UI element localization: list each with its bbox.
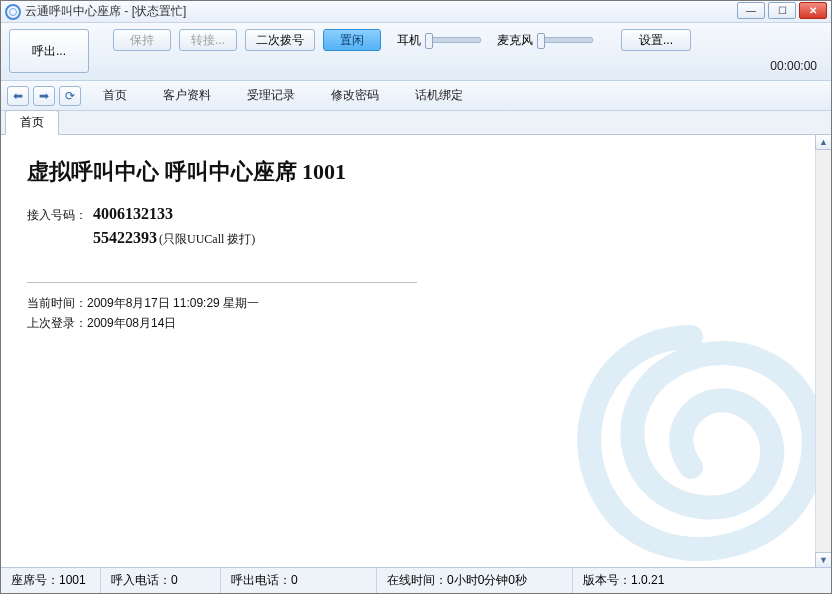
transfer-button[interactable]: 转接...	[179, 29, 237, 51]
nav-bind[interactable]: 话机绑定	[415, 87, 463, 104]
close-button[interactable]: ✕	[799, 2, 827, 19]
status-outbound: 呼出电话：0	[221, 568, 377, 593]
headset-control: 耳机	[397, 32, 481, 49]
forward-button[interactable]: ➡	[33, 86, 55, 106]
content-wrap: 虚拟呼叫中心 呼叫中心座席 1001 接入号码： 4006132133 5542…	[1, 135, 831, 567]
scroll-down-button[interactable]: ▼	[815, 552, 832, 568]
access-number-1: 4006132133	[93, 205, 255, 223]
access-note: (只限UUCall 拨打)	[159, 232, 255, 246]
hold-button[interactable]: 保持	[113, 29, 171, 51]
callout-button[interactable]: 呼出...	[9, 29, 89, 73]
content-area: 虚拟呼叫中心 呼叫中心座席 1001 接入号码： 4006132133 5542…	[1, 135, 831, 567]
access-numbers: 4006132133 55422393(只限UUCall 拨打)	[93, 205, 255, 248]
settings-button[interactable]: 设置...	[621, 29, 691, 51]
mic-label: 麦克风	[497, 32, 533, 49]
nav-customer[interactable]: 客户资料	[163, 87, 211, 104]
back-button[interactable]: ⬅	[7, 86, 29, 106]
timer: 00:00:00	[770, 59, 817, 73]
status-bar: 座席号：1001 呼入电话：0 呼出电话：0 在线时间：0小时0分钟0秒 版本号…	[1, 567, 831, 593]
page-headline: 虚拟呼叫中心 呼叫中心座席 1001	[27, 157, 805, 187]
navbar: ⬅ ➡ ⟳ 首页 客户资料 受理记录 修改密码 话机绑定	[1, 81, 831, 111]
toolbar: 呼出... 保持 转接... 二次拨号 置闲 耳机 麦克风 设置... 00:0…	[1, 23, 831, 81]
tab-home[interactable]: 首页	[5, 110, 59, 135]
window-controls: — ☐ ✕	[737, 2, 827, 19]
mic-control: 麦克风	[497, 32, 593, 49]
access-number-2: 55422393(只限UUCall 拨打)	[93, 229, 255, 248]
nav-records[interactable]: 受理记录	[247, 87, 295, 104]
window-title: 云通呼叫中心座席 - [状态置忙]	[25, 3, 186, 20]
headset-label: 耳机	[397, 32, 421, 49]
minimize-button[interactable]: —	[737, 2, 765, 19]
divider	[27, 282, 417, 283]
redial-button[interactable]: 二次拨号	[245, 29, 315, 51]
title-bar: 云通呼叫中心座席 - [状态置忙] — ☐ ✕	[1, 1, 831, 23]
nav-arrows: ⬅ ➡ ⟳	[7, 86, 81, 106]
app-icon	[5, 4, 21, 20]
access-row: 接入号码： 4006132133 55422393(只限UUCall 拨打)	[27, 205, 805, 248]
status-version: 版本号：1.0.21	[573, 568, 831, 593]
headset-slider[interactable]	[425, 37, 481, 43]
maximize-button[interactable]: ☐	[768, 2, 796, 19]
mic-slider[interactable]	[537, 37, 593, 43]
refresh-button[interactable]: ⟳	[59, 86, 81, 106]
vertical-scrollbar[interactable]: ▲ ▼	[815, 135, 831, 567]
nav-home[interactable]: 首页	[103, 87, 127, 104]
access-number-2-value: 55422393	[93, 229, 157, 246]
status-inbound: 呼入电话：0	[101, 568, 221, 593]
tab-strip: 首页	[1, 111, 831, 135]
toolbar-row: 保持 转接... 二次拨号 置闲 耳机 麦克风 设置...	[113, 29, 699, 51]
scroll-up-button[interactable]: ▲	[815, 134, 832, 150]
status-seat: 座席号：1001	[1, 568, 101, 593]
background-swirl-icon	[541, 297, 831, 567]
access-label: 接入号码：	[27, 205, 87, 224]
idle-button[interactable]: 置闲	[323, 29, 381, 51]
status-online: 在线时间：0小时0分钟0秒	[377, 568, 573, 593]
nav-password[interactable]: 修改密码	[331, 87, 379, 104]
